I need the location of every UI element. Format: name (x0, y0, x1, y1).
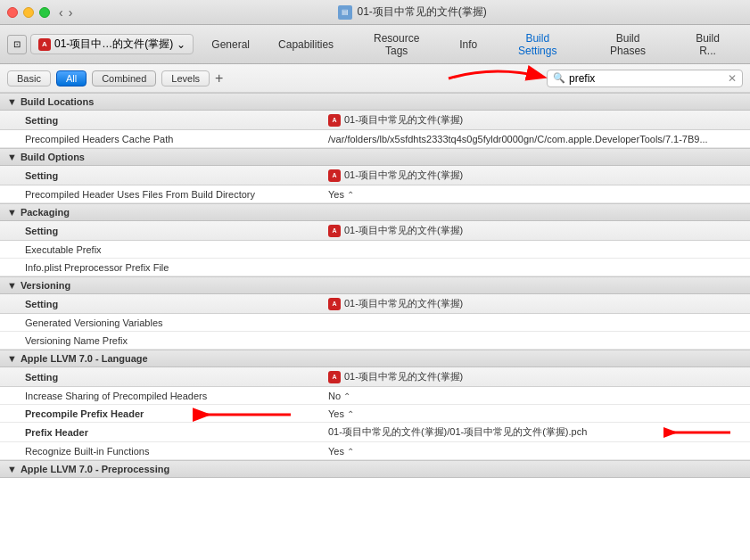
tab-info[interactable]: Info (445, 35, 491, 54)
section-build-options: ▼ Build Options Setting A 01-项目中常见的文件(掌握… (0, 148, 750, 203)
back-button[interactable]: ‹ (57, 5, 65, 20)
section-title: Versioning (21, 280, 70, 291)
setting-name: Precompile Prefix Header (0, 408, 321, 420)
col-target-header: A 01-项目中常见的文件(掌握) (321, 296, 499, 311)
col-setting-header: Setting (0, 369, 321, 384)
tab-bar: General Capabilities Resource Tags Info … (197, 29, 743, 61)
section-title: Apple LLVM 7.0 - Preprocessing (21, 464, 169, 474)
tab-build-rules[interactable]: Build R... (672, 29, 743, 61)
project-icon-small: A (328, 298, 341, 310)
tab-general[interactable]: General (197, 35, 264, 54)
section-title: Packaging (21, 207, 70, 218)
table-row[interactable]: Precompiled Header Uses Files From Build… (0, 185, 750, 203)
table-row-prefix-header[interactable]: Prefix Header 01-项目中常见的文件(掌握)/01-项目中常见的文… (0, 423, 750, 442)
col-setting-header: Setting (0, 296, 321, 311)
project-icon: A (38, 38, 51, 51)
col-target-header: A 01-项目中常见的文件(掌握) (321, 168, 499, 183)
minimize-button[interactable] (23, 7, 34, 18)
section-packaging: ▼ Packaging Setting A 01-项目中常见的文件(掌握) Ex… (0, 203, 750, 276)
setting-value (321, 267, 750, 268)
section-title: Build Options (21, 152, 85, 162)
title-bar: ‹ › ▤ 01-项目中常见的文件(掌握) (0, 0, 750, 25)
setting-name: Executable Prefix (0, 243, 321, 256)
table-header-row: Setting A 01-项目中常见的文件(掌握) (0, 166, 750, 185)
search-box: 🔍 ✕ (547, 70, 743, 87)
chevron-down-icon: ⌄ (177, 38, 185, 51)
search-input[interactable] (569, 72, 724, 85)
table-row[interactable]: Recognize Built-in Functions Yes ⌃ (0, 442, 750, 460)
section-llvm-language: ▼ Apple LLVM 7.0 - Language Setting A 01… (0, 350, 750, 460)
search-icon: 🔍 (553, 72, 565, 84)
setting-value: /var/folders/lb/x5sfdhts2333tq4s0g5fyldr… (321, 133, 750, 145)
tab-capabilities[interactable]: Capabilities (264, 35, 348, 54)
setting-name: Info.plist Preprocessor Prefix File (0, 261, 321, 274)
clear-search-button[interactable]: ✕ (728, 72, 737, 85)
table-row[interactable]: Increase Sharing of Precompiled Headers … (0, 387, 750, 405)
filter-levels-button[interactable]: Levels (161, 70, 210, 86)
section-header-llvm-language[interactable]: ▼ Apple LLVM 7.0 - Language (0, 350, 750, 367)
window-title: 01-项目中常见的文件(掌握) (358, 4, 487, 20)
table-header-row: Setting A 01-项目中常见的文件(掌握) (0, 294, 750, 314)
setting-name: Precompiled Headers Cache Path (0, 133, 321, 145)
tab-build-phases[interactable]: Build Phases (583, 29, 672, 61)
setting-value: 01-项目中常见的文件(掌握)/01-项目中常见的文件(掌握).pch (321, 424, 750, 440)
col-target-header: A 01-项目中常见的文件(掌握) (321, 223, 499, 238)
setting-value (321, 322, 750, 324)
maximize-button[interactable] (39, 7, 50, 18)
section-header-build-options[interactable]: ▼ Build Options (0, 148, 750, 166)
close-button[interactable] (7, 7, 18, 18)
table-row-precompile[interactable]: Precompile Prefix Header Yes ⌃ (0, 405, 750, 423)
tab-build-settings[interactable]: Build Settings (491, 29, 583, 61)
collapse-icon: ▼ (7, 152, 17, 162)
setting-name: Precompiled Header Uses Files From Build… (0, 188, 321, 201)
section-llvm-preprocessing: ▼ Apple LLVM 7.0 - Preprocessing (0, 460, 750, 478)
section-title: Apple LLVM 7.0 - Language (21, 353, 148, 364)
main-content: ▼ Build Locations Setting A 01-项目中常见的文件(… (0, 93, 750, 560)
table-row[interactable]: Generated Versioning Variables (0, 314, 750, 332)
setting-value (321, 249, 750, 251)
project-icon-small: A (328, 169, 341, 182)
table-row[interactable]: Info.plist Preprocessor Prefix File (0, 259, 750, 276)
nav-arrows: ‹ › (57, 5, 74, 20)
section-header-packaging[interactable]: ▼ Packaging (0, 203, 750, 221)
collapse-icon: ▼ (7, 96, 17, 107)
filter-all-button[interactable]: All (56, 70, 87, 86)
forward-button[interactable]: › (67, 5, 75, 20)
project-selector[interactable]: A 01-项目中…的文件(掌握) ⌄ (30, 34, 194, 54)
collapse-icon: ▼ (7, 207, 17, 218)
col-setting-header: Setting (0, 223, 321, 238)
col-target-header: A 01-项目中常见的文件(掌握) (321, 112, 499, 128)
project-icon-small: A (328, 371, 341, 383)
section-header-llvm-preprocessing[interactable]: ▼ Apple LLVM 7.0 - Preprocessing (0, 460, 750, 478)
collapse-icon: ▼ (7, 353, 17, 364)
setting-name: Increase Sharing of Precompiled Headers (0, 390, 321, 402)
collapse-icon: ▼ (7, 464, 17, 474)
filter-basic-button[interactable]: Basic (7, 70, 51, 86)
toolbar: ⊡ A 01-项目中…的文件(掌握) ⌄ General Capabilitie… (0, 25, 750, 64)
filter-bar: Basic All Combined Levels + 🔍 ✕ (0, 64, 750, 93)
section-header-versioning[interactable]: ▼ Versioning (0, 276, 750, 294)
project-name-label: 01-项目中…的文件(掌握) (54, 37, 173, 52)
table-row[interactable]: Precompiled Headers Cache Path /var/fold… (0, 130, 750, 148)
section-header-build-locations[interactable]: ▼ Build Locations (0, 93, 750, 111)
setting-value: No ⌃ (321, 390, 750, 402)
table-header-row: Setting A 01-项目中常见的文件(掌握) (0, 367, 750, 387)
setting-name: Prefix Header (0, 426, 321, 439)
table-header-row: Setting A 01-项目中常见的文件(掌握) (0, 111, 750, 130)
setting-name: Versioning Name Prefix (0, 334, 321, 347)
add-filter-button[interactable]: + (215, 70, 223, 86)
table-row[interactable]: Executable Prefix (0, 241, 750, 259)
filter-combined-button[interactable]: Combined (92, 70, 156, 86)
col-setting-header: Setting (0, 168, 321, 183)
section-build-locations: ▼ Build Locations Setting A 01-项目中常见的文件(… (0, 93, 750, 148)
setting-value: Yes ⌃ (321, 445, 750, 457)
project-icon-small: A (328, 225, 341, 237)
col-target-header: A 01-项目中常见的文件(掌握) (321, 369, 499, 384)
setting-name: Recognize Built-in Functions (0, 445, 321, 457)
table-row[interactable]: Versioning Name Prefix (0, 332, 750, 350)
setting-value: Yes ⌃ (321, 408, 750, 420)
window-controls (7, 7, 50, 18)
section-versioning: ▼ Versioning Setting A 01-项目中常见的文件(掌握) G… (0, 276, 750, 350)
tab-resource-tags[interactable]: Resource Tags (348, 29, 445, 61)
sidebar-toggle-button[interactable]: ⊡ (7, 35, 27, 54)
